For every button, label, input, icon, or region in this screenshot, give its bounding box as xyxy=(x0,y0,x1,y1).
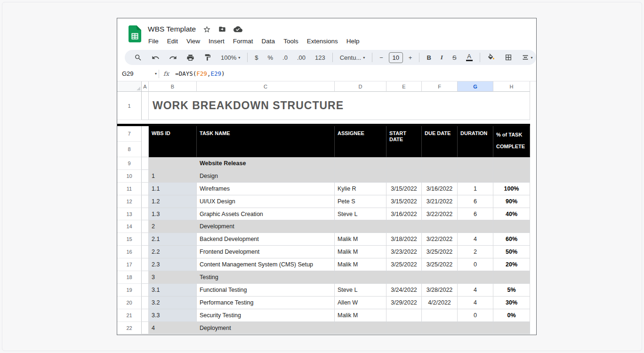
cell-A12[interactable] xyxy=(142,195,149,208)
cell-wbs-id-9[interactable] xyxy=(149,157,197,170)
cell-duration-11[interactable]: 1 xyxy=(458,183,493,195)
cell-wbs-id-12[interactable]: 1.2 xyxy=(149,195,197,208)
cell-duration-14[interactable] xyxy=(458,220,493,233)
cell-assignee-13[interactable]: Steve L xyxy=(335,208,386,221)
cell-duration-21[interactable]: 0 xyxy=(458,309,493,322)
menu-extensions[interactable]: Extensions xyxy=(303,37,342,46)
cell-A1[interactable] xyxy=(142,92,149,120)
column-header-B[interactable]: B xyxy=(149,81,197,92)
cell-due-date-9[interactable] xyxy=(422,157,458,170)
sheets-logo[interactable] xyxy=(129,25,141,42)
increase-font-size-button[interactable]: + xyxy=(404,54,417,61)
row-header-22[interactable]: 22 xyxy=(117,322,142,335)
cell-duration-16[interactable]: 2 xyxy=(458,246,493,258)
merge-cells-button[interactable]: ▾ xyxy=(517,54,536,61)
text-color-button[interactable]: A xyxy=(461,54,477,61)
menu-file[interactable]: File xyxy=(148,37,163,46)
cell-A11[interactable] xyxy=(142,183,149,195)
cell-A14[interactable] xyxy=(142,220,149,233)
cell-duration-20[interactable]: 4 xyxy=(458,297,493,309)
row-header-9[interactable]: 9 xyxy=(117,157,142,170)
cell-assignee-12[interactable]: Pete S xyxy=(335,195,386,208)
cell-wbs-id-21[interactable]: 3.3 xyxy=(149,309,197,322)
column-header-G[interactable]: G xyxy=(458,81,493,92)
row-header-10[interactable]: 10 xyxy=(117,170,142,183)
menu-insert[interactable]: Insert xyxy=(204,37,229,46)
cell-pct-complete-9[interactable] xyxy=(493,157,530,170)
cell-duration-9[interactable] xyxy=(458,157,493,170)
menu-view[interactable]: View xyxy=(182,37,204,46)
cell-start-date-20[interactable]: 3/29/2022 xyxy=(386,297,422,309)
formula-input[interactable]: =DAYS(F29,E29) xyxy=(175,70,225,77)
menu-data[interactable]: Data xyxy=(258,37,280,46)
name-box[interactable]: G29 ▾ xyxy=(122,70,157,77)
cell-assignee-16[interactable]: Malik M xyxy=(335,246,386,258)
cell-task-22[interactable]: Deployment xyxy=(197,322,335,335)
cell-A22[interactable] xyxy=(142,322,149,335)
bold-button[interactable]: B xyxy=(422,54,435,61)
cell-sheet-title[interactable]: WORK BREAKDOWN STRUCTURE xyxy=(149,92,530,120)
italic-button[interactable]: I xyxy=(436,54,448,61)
cell-duration-19[interactable]: 4 xyxy=(458,284,493,297)
cell-A7[interactable] xyxy=(142,126,149,157)
cell-pct-complete-12[interactable]: 90% xyxy=(493,195,530,208)
paint-format-icon[interactable] xyxy=(199,54,216,61)
cell-due-date-11[interactable]: 3/16/2022 xyxy=(422,183,458,195)
fill-color-icon[interactable] xyxy=(483,54,500,62)
increase-decimals-button[interactable]: .00 xyxy=(292,54,310,61)
cell-assignee-14[interactable] xyxy=(335,220,386,233)
row-header-16[interactable]: 16 xyxy=(117,246,142,258)
row-header-17[interactable]: 17 xyxy=(117,258,142,271)
table-header-task-name[interactable]: TASK NAME xyxy=(197,126,335,157)
cloud-saved-icon[interactable] xyxy=(233,25,242,33)
cell-start-date-17[interactable]: 3/25/2022 xyxy=(386,258,422,271)
cell-task-21[interactable]: Security Testing xyxy=(197,309,335,322)
row-header-20[interactable]: 20 xyxy=(117,297,142,309)
row-header-11[interactable]: 11 xyxy=(117,183,142,195)
cell-task-10[interactable]: Design xyxy=(197,170,335,183)
column-header-E[interactable]: E xyxy=(386,81,422,92)
cell-pct-complete-10[interactable] xyxy=(493,170,530,183)
cell-due-date-13[interactable]: 3/22/2022 xyxy=(422,208,458,221)
cell-start-date-14[interactable] xyxy=(386,220,422,233)
format-percent-button[interactable]: % xyxy=(263,54,278,61)
column-header-A[interactable]: A xyxy=(142,81,149,92)
column-header-F[interactable]: F xyxy=(422,81,458,92)
cell-A21[interactable] xyxy=(142,309,149,322)
format-currency-button[interactable]: $ xyxy=(250,54,263,61)
cell-due-date-20[interactable]: 4/2/2022 xyxy=(422,297,458,309)
cell-pct-complete-17[interactable]: 20% xyxy=(493,258,530,271)
cell-due-date-17[interactable]: 3/25/2022 xyxy=(422,258,458,271)
print-icon[interactable] xyxy=(182,54,199,62)
cell-start-date-9[interactable] xyxy=(386,157,422,170)
font-size-input[interactable]: 10 xyxy=(389,52,403,63)
cell-due-date-10[interactable] xyxy=(422,170,458,183)
row-header-1[interactable]: 1 xyxy=(117,92,142,120)
menu-tools[interactable]: Tools xyxy=(279,37,303,46)
menu-help[interactable]: Help xyxy=(342,37,364,46)
cell-duration-13[interactable]: 6 xyxy=(458,208,493,221)
cell-pct-complete-16[interactable]: 50% xyxy=(493,246,530,258)
cell-wbs-id-16[interactable]: 2.2 xyxy=(149,246,197,258)
cell-duration-10[interactable] xyxy=(458,170,493,183)
cell-A17[interactable] xyxy=(142,258,149,271)
move-folder-icon[interactable] xyxy=(218,25,226,33)
cell-due-date-12[interactable]: 3/21/2022 xyxy=(422,195,458,208)
cell-A18[interactable] xyxy=(142,271,149,284)
row-header-8[interactable]: 8 xyxy=(117,142,141,157)
select-all-corner[interactable] xyxy=(117,81,142,92)
cell-start-date-19[interactable]: 3/24/2022 xyxy=(386,284,422,297)
cell-assignee-19[interactable]: Steve L xyxy=(335,284,386,297)
cell-duration-18[interactable] xyxy=(458,271,493,284)
row-header-15[interactable]: 15 xyxy=(117,233,142,246)
font-select[interactable]: Centu...▾ xyxy=(335,54,370,61)
column-header-C[interactable]: C xyxy=(197,81,335,92)
cell-wbs-id-11[interactable]: 1.1 xyxy=(149,183,197,195)
cell-assignee-17[interactable]: Malik M xyxy=(335,258,386,271)
row-header-13[interactable]: 13 xyxy=(117,208,142,221)
cell-task-12[interactable]: UI/UX Design xyxy=(197,195,335,208)
cell-pct-complete-19[interactable]: 5% xyxy=(493,284,530,297)
table-header-assignee[interactable]: ASSIGNEE xyxy=(335,126,386,157)
cell-due-date-15[interactable]: 3/22/2022 xyxy=(422,233,458,246)
cell-task-11[interactable]: Wireframes xyxy=(197,183,335,195)
